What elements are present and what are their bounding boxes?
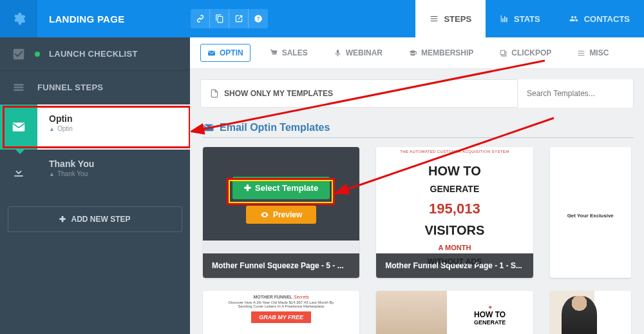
cat-sales[interactable]: SALES — [263, 44, 314, 62]
external-link-icon — [234, 14, 243, 23]
tab-label: CONTACTS — [584, 14, 630, 24]
copy-button[interactable] — [210, 9, 229, 28]
sidebar-step-thankyou[interactable]: Thank You ▲Thank You — [0, 150, 190, 195]
funnel-steps-row[interactable]: FUNNEL STEPS — [0, 71, 190, 104]
link-button[interactable] — [191, 9, 210, 28]
launch-label: LAUNCH CHECKLIST — [49, 49, 138, 59]
add-step-button[interactable]: ✚ ADD NEW STEP — [8, 206, 182, 232]
cat-membership[interactable]: MEMBERSHIP — [402, 44, 480, 62]
template-card[interactable]: MOTHER FUNNEL Secrets Discover How A 26-… — [203, 291, 359, 334]
cat-webinar[interactable]: WEBINAR — [327, 44, 389, 62]
category-tabs: OPTIN SALES WEBINAR MEMBERSHIP CLICKPOP … — [190, 37, 644, 69]
status-dot — [35, 52, 40, 57]
gear-icon — [12, 12, 26, 26]
file-icon — [210, 88, 219, 99]
main-content: OPTIN SALES WEBINAR MEMBERSHIP CLICKPOP … — [190, 37, 644, 334]
funnel-steps-label: FUNNEL STEPS — [37, 83, 103, 92]
search-input[interactable] — [517, 79, 633, 108]
popup-icon — [499, 49, 507, 57]
cat-misc[interactable]: MISC — [571, 44, 615, 62]
template-card[interactable]: ✚ Select Template Preview Mother Funnel … — [203, 147, 359, 278]
add-step-label: ADD NEW STEP — [71, 215, 130, 224]
launch-checklist-row[interactable]: LAUNCH CHECKLIST — [0, 37, 190, 71]
help-button[interactable]: ? — [249, 9, 268, 28]
svg-rect-3 — [208, 50, 215, 55]
page-title: LANDING PAGE — [37, 14, 185, 25]
step-name: Optin — [49, 113, 181, 124]
template-thumb: ✚ Select Template Preview — [203, 147, 359, 253]
template-thumb: Get Your Exclusive — [550, 147, 631, 278]
select-template-button[interactable]: ✚ Select Template — [232, 177, 330, 199]
mail-icon — [207, 49, 216, 57]
step-name: Thank You — [49, 159, 181, 169]
filter-label[interactable]: SHOW ONLY MY TEMPLATES — [224, 89, 333, 98]
template-card[interactable] — [550, 291, 631, 334]
mic-icon — [334, 49, 342, 57]
list-icon — [577, 49, 585, 57]
tab-contacts[interactable]: CONTACTS — [554, 0, 644, 37]
tab-stats[interactable]: STATS — [486, 0, 554, 37]
settings-button[interactable] — [0, 0, 37, 37]
section-title: Email Optin Templates — [203, 122, 634, 138]
eye-icon — [260, 210, 269, 219]
template-grid: ✚ Select Template Preview Mother Funnel … — [190, 147, 644, 278]
contacts-icon — [569, 14, 579, 23]
link-icon — [196, 14, 205, 23]
download-icon — [12, 166, 25, 179]
tab-steps[interactable]: STEPS — [415, 0, 486, 37]
toolbar-cluster: ? — [191, 9, 268, 28]
tab-label: STEPS — [444, 14, 471, 24]
cat-optin[interactable]: OPTIN — [200, 44, 251, 62]
template-thumb: MOTHER FUNNEL Secrets THE AUTOMATED CUST… — [376, 147, 533, 253]
template-card[interactable]: ❖ HOW TO GENERATE — [376, 291, 533, 334]
cap-icon — [408, 49, 417, 57]
mail-icon — [12, 120, 26, 134]
template-grid-row2: MOTHER FUNNEL Secrets Discover How A 26-… — [190, 278, 644, 334]
top-bar: LANDING PAGE ? STEPS STATS CONTACTS — [0, 0, 644, 37]
step-subtype: ▲Optin — [49, 125, 181, 132]
checklist-icon — [12, 47, 26, 61]
mail-icon — [203, 122, 214, 133]
filter-bar: SHOW ONLY MY TEMPLATES — [200, 79, 634, 108]
help-icon: ? — [254, 14, 263, 23]
header-tabs: STEPS STATS CONTACTS — [415, 0, 644, 37]
cat-clickpop[interactable]: CLICKPOP — [493, 44, 558, 62]
sidebar: LAUNCH CHECKLIST FUNNEL STEPS Optin ▲Opt… — [0, 37, 190, 334]
svg-text:?: ? — [257, 16, 260, 22]
stats-icon — [500, 14, 509, 23]
tab-label: STATS — [514, 14, 540, 24]
preview-button[interactable]: Preview — [246, 206, 316, 224]
copy-icon — [215, 14, 224, 23]
external-button[interactable] — [229, 9, 249, 28]
template-card[interactable]: Get Your Exclusive Mother Funnel Squ — [550, 147, 631, 278]
plus-icon: ✚ — [59, 215, 66, 224]
step-subtype: ▲Thank You — [49, 170, 181, 177]
cart-icon — [270, 49, 278, 57]
template-title: Mother Funnel Squeeze Page - 5 - ... — [203, 253, 359, 278]
plus-icon: ✚ — [244, 183, 251, 193]
template-card[interactable]: MOTHER FUNNEL Secrets THE AUTOMATED CUST… — [376, 147, 533, 278]
steps-icon — [12, 81, 25, 94]
list-icon — [430, 14, 439, 23]
sidebar-step-optin[interactable]: Optin ▲Optin — [0, 104, 190, 150]
